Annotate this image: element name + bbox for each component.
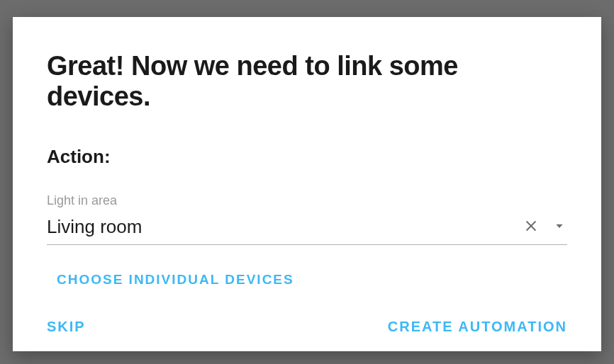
link-devices-dialog: Great! Now we need to link some devices.… — [13, 17, 601, 351]
clear-area-button[interactable] — [520, 215, 542, 239]
area-field-label: Light in area — [47, 193, 567, 208]
choose-individual-devices-button[interactable]: CHOOSE INDIVIDUAL DEVICES — [57, 262, 567, 297]
dialog-footer: SKIP CREATE AUTOMATION — [47, 297, 567, 342]
area-dropdown-toggle[interactable] — [552, 218, 567, 236]
area-field: Light in area Living room — [47, 193, 567, 245]
create-automation-button[interactable]: CREATE AUTOMATION — [388, 312, 567, 342]
dialog-title: Great! Now we need to link some devices. — [47, 51, 567, 112]
area-select-value: Living room — [47, 216, 510, 238]
skip-button[interactable]: SKIP — [47, 312, 86, 342]
action-section-label: Action: — [47, 146, 567, 168]
area-select[interactable]: Living room — [47, 215, 567, 245]
close-icon — [523, 218, 539, 236]
chevron-down-icon — [554, 221, 564, 233]
